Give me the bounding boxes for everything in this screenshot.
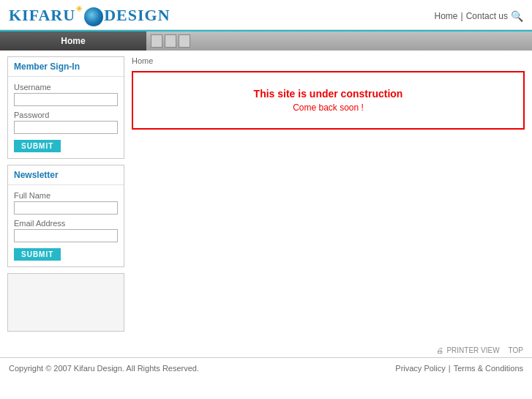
printer-area: 🖨 PRINTER VIEW TOP	[0, 343, 532, 357]
content-area: Home This site is under construction Com…	[132, 56, 525, 338]
logo-design: DESIGN	[104, 6, 170, 24]
nav-separator: |	[461, 11, 463, 21]
header: KIFARU☀DESIGN Home | Contact us 🔍	[0, 0, 532, 30]
username-label: Username	[14, 83, 118, 92]
logo-area: KIFARU☀DESIGN	[9, 6, 171, 26]
printer-view-link[interactable]: 🖨 PRINTER VIEW	[436, 346, 499, 354]
nav-box-2	[165, 34, 176, 48]
navbar: Home	[0, 30, 532, 51]
search-icon[interactable]: 🔍	[511, 10, 523, 22]
footer-separator: |	[449, 364, 451, 373]
footer-links: Privacy Policy | Terms & Conditions	[395, 364, 523, 373]
signin-title: Member Sign-In	[8, 57, 124, 77]
newsletter-section: Newsletter Full Name Email Address SUBMI…	[7, 165, 124, 267]
printer-view-label: PRINTER VIEW	[446, 346, 499, 354]
top-link[interactable]: TOP	[509, 346, 523, 354]
sidebar: Member Sign-In Username Password SUBMIT …	[7, 56, 124, 338]
nav-home-label: Home	[61, 36, 85, 46]
construction-box: This site is under construction Come bac…	[132, 71, 525, 130]
copyright-text: Copyright © 2007 Kifaru Design. All Righ…	[9, 364, 199, 373]
nav-box-1	[151, 34, 162, 48]
breadcrumb: Home	[132, 56, 525, 65]
fullname-input[interactable]	[14, 201, 118, 215]
logo-text: KIFARU☀DESIGN	[9, 6, 171, 26]
email-label: Email Address	[14, 219, 118, 228]
password-input[interactable]	[14, 121, 118, 134]
fullname-label: Full Name	[14, 191, 118, 200]
newsletter-submit-button[interactable]: SUBMIT	[14, 248, 61, 261]
footer: Copyright © 2007 Kifaru Design. All Righ…	[0, 357, 532, 379]
construction-title: This site is under construction	[254, 88, 403, 100]
signin-form: Username Password SUBMIT	[8, 77, 124, 158]
construction-subtitle: Come back soon !	[293, 102, 364, 113]
logo-globe-icon	[84, 7, 103, 26]
sidebar-empty-box	[7, 273, 124, 332]
signin-submit-button[interactable]: SUBMIT	[14, 140, 61, 152]
main-content: Member Sign-In Username Password SUBMIT …	[0, 51, 532, 343]
top-nav: Home | Contact us 🔍	[434, 10, 523, 22]
logo-kifaru: KIFARU	[9, 6, 75, 24]
nav-right-boxes	[146, 31, 195, 51]
member-signin-section: Member Sign-In Username Password SUBMIT	[7, 56, 124, 159]
username-input[interactable]	[14, 93, 118, 106]
nav-home-link[interactable]: Home	[434, 11, 457, 21]
password-label: Password	[14, 111, 118, 119]
privacy-policy-link[interactable]: Privacy Policy	[395, 364, 445, 373]
logo-sun-icon: ☀	[75, 4, 83, 13]
newsletter-title: Newsletter	[8, 165, 124, 185]
email-input[interactable]	[14, 229, 118, 242]
printer-icon: 🖨	[436, 346, 443, 354]
newsletter-form: Full Name Email Address SUBMIT	[8, 185, 124, 266]
nav-home-item[interactable]: Home	[0, 31, 146, 51]
nav-contact-link[interactable]: Contact us	[466, 11, 508, 21]
terms-link[interactable]: Terms & Conditions	[454, 364, 523, 373]
nav-box-3	[179, 34, 190, 48]
